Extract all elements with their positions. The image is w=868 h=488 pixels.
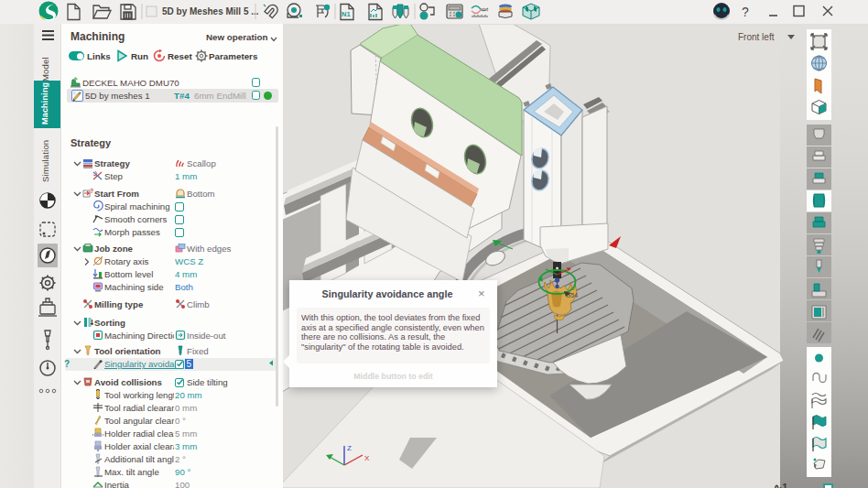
svg-text:Front left: Front left — [738, 32, 775, 42]
svg-text:5D by Meshes Mill 5 ...: 5D by Meshes Mill 5 ... — [162, 6, 259, 16]
svg-text:G54: G54 — [566, 292, 578, 298]
svg-text:X: X — [364, 454, 370, 462]
svg-text:N1: N1 — [342, 10, 351, 18]
svg-text:?: ? — [742, 5, 749, 19]
svg-text:∿1: ∿1 — [774, 482, 787, 488]
svg-text:?: ? — [90, 188, 93, 194]
svg-text:Z: Z — [347, 444, 352, 452]
